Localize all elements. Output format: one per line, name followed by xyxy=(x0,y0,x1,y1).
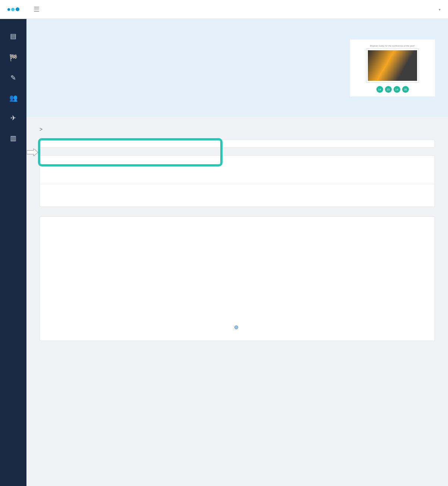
preview-image xyxy=(366,49,419,82)
sidebar-item-people[interactable]: 👥 xyxy=(9,94,18,102)
legend-dot-icon xyxy=(234,325,238,329)
send-icon: ✈ xyxy=(10,114,16,122)
breadcrumb-sep: > xyxy=(40,126,42,132)
hamburger-icon[interactable]: ☰ xyxy=(34,5,40,13)
arrow-indicator-icon xyxy=(27,149,38,156)
chevron-down-icon: ▾ xyxy=(439,7,441,12)
kpi-grid xyxy=(40,184,435,207)
pencil-icon: ✎ xyxy=(10,74,16,82)
svg-marker-0 xyxy=(27,149,38,156)
sidebar-item-analytics[interactable]: ▥ xyxy=(10,134,16,142)
tabs xyxy=(40,140,435,148)
logo[interactable]: ☰ xyxy=(7,5,40,13)
preview-sub: Register today for the conference of the… xyxy=(354,45,431,47)
breadcrumb: > xyxy=(40,126,435,132)
sidebar-item-steps[interactable]: ▤ xyxy=(10,32,16,42)
preview-badges: 14231430 xyxy=(354,86,431,93)
sidebar-item-dashboard[interactable]: 🏁 xyxy=(9,54,18,62)
username-menu[interactable]: ▾ xyxy=(437,7,441,12)
visitors-chart xyxy=(51,234,423,308)
sidebar-item-edit[interactable]: ✎ xyxy=(10,74,16,82)
logo-icon xyxy=(7,7,19,11)
sidebar-item-send[interactable]: ✈ xyxy=(10,114,16,122)
people-icon: 👥 xyxy=(9,94,18,102)
top-right-nav: ▾ xyxy=(416,7,441,12)
chart-legend xyxy=(51,324,423,330)
chart-icon: ▥ xyxy=(10,134,16,142)
kpi-panel xyxy=(40,155,435,207)
hero-banner: Register today for the conference of the… xyxy=(26,19,448,117)
sidebar: ▤ 🏁 ✎ 👥 ✈ ▥ xyxy=(0,19,26,486)
topbar: ☰ ▾ xyxy=(0,0,448,19)
chart-panel xyxy=(40,216,435,341)
gauge-icon: 🏁 xyxy=(9,54,18,62)
landing-preview[interactable]: Register today for the conference of the… xyxy=(350,39,435,96)
list-icon: ▤ xyxy=(10,32,16,40)
main-content: Register today for the conference of the… xyxy=(26,19,448,486)
kpi-panel-title xyxy=(51,165,56,175)
